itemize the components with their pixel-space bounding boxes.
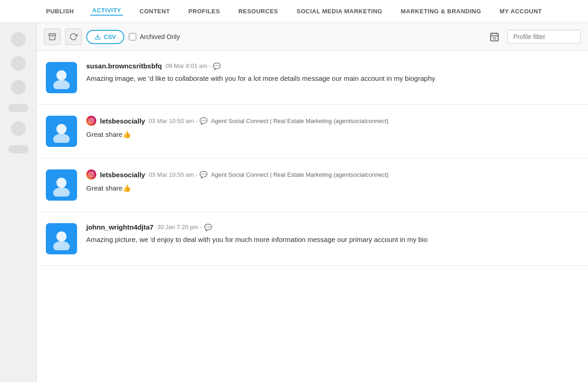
toolbar: CSV Archived Only 31 [37,23,588,51]
avatar [46,223,77,254]
nav-my-account[interactable]: MY ACCOUNT [498,8,544,15]
svg-point-17 [90,174,93,176]
archived-only-label[interactable]: Archived Only [129,33,180,40]
feed-username: letsbesocially [100,117,145,125]
main-content: CSV Archived Only 31 [37,23,588,382]
svg-point-18 [92,173,93,174]
archived-only-text: Archived Only [140,33,180,40]
feed-username: johnn_wrightn4djta7 [86,223,154,231]
feed-date: 03 Mar 10:50 am - 💬 [149,117,207,124]
sidebar-dot-4 [11,121,26,136]
profile-filter-input[interactable] [507,30,581,44]
svg-point-7 [56,70,67,80]
comment-icon: 💬 [200,171,207,178]
feed-header: susan.browncsritbsbfq 09 Mar 8:01 am - 💬 [86,62,579,70]
activity-feed: susan.browncsritbsbfq 09 Mar 8:01 am - 💬… [37,51,588,382]
svg-point-19 [56,231,67,242]
svg-point-20 [53,241,70,250]
comment-icon: 💬 [213,62,221,70]
feed-item: susan.browncsritbsbfq 09 Mar 8:01 am - 💬… [37,51,588,105]
avatar [46,169,77,201]
csv-label: CSV [104,34,116,40]
svg-point-8 [53,80,70,89]
feed-source: Agent Social Connect | Real Estate Marke… [211,171,388,178]
nav-activity[interactable]: ACTIVITY [90,7,123,16]
nav-resources[interactable]: RESOURCES [237,8,280,15]
archived-only-checkbox[interactable] [129,33,136,40]
feed-content: letsbesocially 03 Mar 10:50 am - 💬 Agent… [86,169,579,194]
feed-text: Amazing picture, we 'd enjoy to deal wit… [86,235,579,245]
instagram-icon [86,116,96,126]
feed-content: letsbesocially 03 Mar 10:50 am - 💬 Agent… [86,116,579,140]
csv-button[interactable]: CSV [86,30,124,44]
feed-content: johnn_wrightn4djta7 30 Jan 7:20 pm - 💬 A… [86,223,579,245]
svg-rect-0 [49,34,56,35]
svg-rect-16 [89,172,94,177]
avatar [46,116,77,147]
feed-text: Great share👍 [86,129,579,140]
feed-item: johnn_wrightn4djta7 30 Jan 7:20 pm - 💬 A… [37,212,588,266]
feed-content: susan.browncsritbsbfq 09 Mar 8:01 am - 💬… [86,62,579,84]
sidebar-pill-2 [8,145,28,153]
svg-point-14 [56,178,67,188]
refresh-button[interactable] [65,28,82,45]
nav-content[interactable]: CONTENT [138,8,172,15]
instagram-icon [86,169,96,180]
feed-header: letsbesocially 03 Mar 10:50 am - 💬 Agent… [86,169,579,180]
feed-header: letsbesocially 03 Mar 10:50 am - 💬 Agent… [86,116,579,126]
feed-text: Great share👍 [86,183,579,194]
nav-social-media-marketing[interactable]: SOCIAL MEDIA MARKETING [295,8,384,15]
feed-username: susan.browncsritbsbfq [86,62,162,70]
avatar [46,62,77,93]
feed-text: Amazing image, we 'd like to collaborate… [86,73,579,84]
feed-source: Agent Social Connect | Real Estate Marke… [211,118,388,124]
feed-date: 03 Mar 10:50 am - 💬 [149,171,207,178]
comment-icon: 💬 [200,117,207,124]
svg-rect-11 [89,118,94,123]
nav-marketing-branding[interactable]: MARKETING & BRANDING [399,8,483,15]
svg-point-10 [53,134,70,143]
sidebar-dot-3 [11,80,26,95]
sidebar [0,23,37,382]
svg-point-15 [53,187,70,197]
nav-profiles[interactable]: PROFILES [187,8,222,15]
svg-point-13 [92,119,93,120]
feed-date: 09 Mar 8:01 am - 💬 [166,62,221,70]
comment-icon: 💬 [204,224,212,231]
top-navigation: PUBLISH ACTIVITY CONTENT PROFILES RESOUR… [0,0,588,23]
svg-text:31: 31 [493,36,496,40]
svg-point-12 [90,120,93,122]
feed-username: letsbesocially [100,171,145,179]
feed-header: johnn_wrightn4djta7 30 Jan 7:20 pm - 💬 [86,223,579,231]
sidebar-dot-1 [11,32,26,47]
toolbar-right: 31 [486,28,581,45]
svg-point-9 [56,124,67,134]
calendar-button[interactable]: 31 [486,28,503,45]
archive-button[interactable] [44,28,61,45]
feed-item: letsbesocially 03 Mar 10:50 am - 💬 Agent… [37,105,588,158]
sidebar-dot-2 [11,56,26,71]
feed-date: 30 Jan 7:20 pm - 💬 [157,224,212,231]
feed-item: letsbesocially 03 Mar 10:50 am - 💬 Agent… [37,158,588,212]
nav-publish[interactable]: PUBLISH [44,8,76,15]
sidebar-pill-1 [8,104,28,112]
